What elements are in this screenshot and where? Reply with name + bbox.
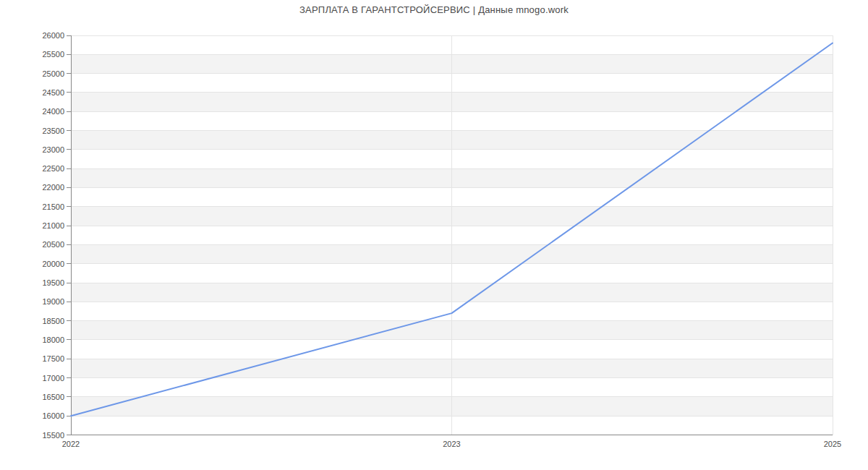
x-tick-label: 2023 [443, 440, 460, 448]
y-tick-label: 15500 [42, 431, 64, 440]
y-tick-label: 23000 [42, 145, 64, 154]
y-tick-label: 21000 [42, 221, 64, 230]
y-tick-label: 19000 [42, 297, 64, 306]
y-tick-label: 17500 [42, 354, 64, 363]
plot-area: 1550016000165001700017500180001850019000… [0, 0, 868, 470]
y-tick-label: 20000 [42, 260, 64, 268]
y-tick-label: 22000 [42, 183, 64, 192]
y-tick-label: 25500 [42, 50, 64, 59]
y-tick-label: 25000 [42, 69, 64, 78]
x-tick-label: 2022 [62, 440, 80, 448]
x-tick-label: 2025 [824, 440, 841, 448]
y-tick-label: 22500 [42, 164, 64, 173]
y-tick-label: 26000 [42, 31, 64, 40]
y-tick-label: 16500 [42, 393, 64, 401]
y-tick-label: 24500 [42, 88, 64, 97]
y-tick-label: 16000 [42, 411, 64, 420]
y-tick-label: 17000 [42, 374, 64, 383]
y-tick-label: 18500 [42, 317, 64, 325]
y-tick-label: 21500 [42, 202, 64, 211]
y-tick-label: 18000 [42, 336, 64, 344]
y-tick-label: 23500 [42, 127, 64, 135]
y-tick-label: 20500 [42, 240, 64, 249]
salary-line-chart: ЗАРПЛАТА В ГАРАНТСТРОЙСЕРВИС | Данные mn… [0, 0, 868, 470]
y-tick-label: 19500 [42, 278, 64, 287]
y-tick-label: 24000 [42, 107, 64, 116]
